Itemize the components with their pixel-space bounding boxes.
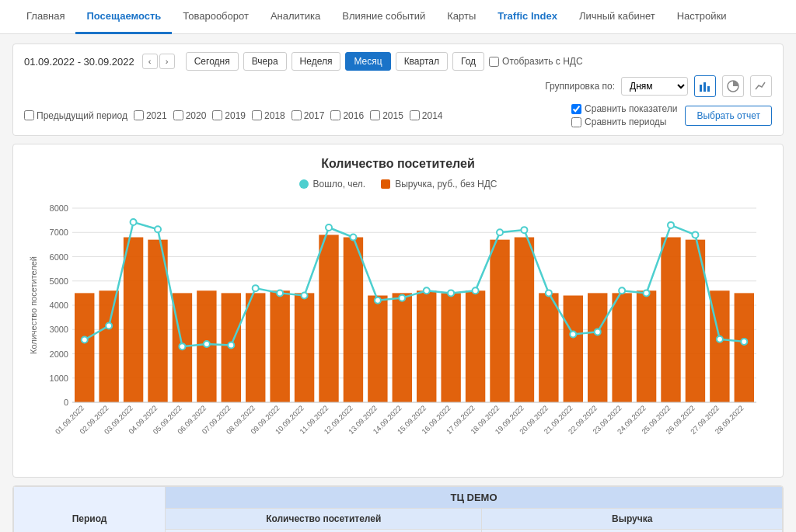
svg-text:1000: 1000 (50, 374, 68, 383)
nav-traffic[interactable]: Traffic Index (487, 0, 568, 34)
svg-rect-47 (661, 238, 680, 403)
svg-point-66 (448, 290, 454, 296)
svg-rect-37 (417, 290, 436, 402)
year-btn[interactable]: Год (452, 52, 484, 71)
month-btn[interactable]: Месяц (345, 52, 390, 71)
nav-events[interactable]: Влияние событий (331, 0, 436, 34)
year-2017-checkbox[interactable]: 2017 (292, 110, 325, 121)
vat-checkbox[interactable] (489, 57, 499, 67)
svg-rect-36 (393, 293, 412, 402)
chart-section: Количество посетителей Вошло, чел. Выруч… (12, 144, 784, 478)
nav-settings[interactable]: Настройки (666, 0, 738, 34)
week-btn[interactable]: Неделя (292, 52, 341, 71)
visitors-sub-header: Вошло, чел. (166, 530, 482, 533)
svg-text:0: 0 (64, 398, 68, 407)
nav-visits[interactable]: Посещаемость (75, 0, 172, 34)
svg-rect-38 (441, 293, 460, 402)
svg-rect-46 (637, 290, 656, 402)
svg-point-56 (204, 341, 210, 347)
nav-turnover[interactable]: Товарооборот (172, 0, 260, 34)
prev-period-btn[interactable]: ‹ (142, 54, 158, 69)
next-period-btn[interactable]: › (159, 54, 175, 69)
compare-periods-checkbox[interactable]: Сравнить периоды (571, 116, 677, 127)
svg-rect-0 (700, 85, 702, 92)
svg-point-63 (375, 297, 381, 304)
svg-rect-43 (564, 296, 583, 403)
grouping-label: Группировка по: (545, 81, 615, 92)
revenue-header: Выручка (482, 509, 783, 530)
year-2018-checkbox[interactable]: 2018 (252, 110, 285, 121)
bar-chart-btn[interactable] (694, 75, 716, 97)
revenue-sub-header: Выручка, руб., без НДС (482, 530, 783, 533)
svg-rect-45 (612, 293, 631, 402)
chart-container: 010002000300040005000600070008000Количес… (26, 200, 770, 464)
svg-rect-33 (319, 235, 338, 402)
svg-point-72 (595, 329, 601, 335)
pie-chart-btn[interactable] (722, 75, 744, 97)
nav-maps[interactable]: Карты (436, 0, 487, 34)
svg-text:4000: 4000 (50, 301, 68, 310)
quarter-btn[interactable]: Квартал (396, 52, 448, 71)
svg-point-74 (644, 290, 650, 296)
svg-point-61 (326, 224, 332, 231)
visitors-header: Количество посетителей (166, 509, 482, 530)
svg-point-78 (741, 339, 747, 345)
yesterday-btn[interactable]: Вчера (243, 52, 287, 71)
svg-rect-23 (75, 293, 94, 402)
year-2015-checkbox[interactable]: 2015 (370, 110, 403, 121)
bar-chart-icon (699, 80, 711, 92)
grouping-select[interactable]: Дням Неделям Месяцам (621, 77, 688, 96)
filter-bar: 01.09.2022 - 30.09.2022 ‹ › Сегодня Вчер… (12, 43, 784, 136)
grouping-section: Группировка по: Дням Неделям Месяцам (545, 75, 772, 97)
compare-section: Сравнить показатели Сравнить периоды (571, 103, 677, 127)
compare-report-section: Сравнить показатели Сравнить периоды Выб… (571, 103, 772, 127)
legend-visitors: Вошло, чел. (299, 179, 366, 190)
svg-point-70 (546, 290, 552, 296)
svg-point-52 (106, 322, 112, 329)
data-table: Период ТЦ DEMO Количество посетителей Вы… (13, 486, 783, 532)
date-nav-arrows: ‹ › (142, 54, 175, 69)
svg-point-59 (277, 290, 283, 296)
legend-revenue: Выручка, руб., без НДС (381, 179, 497, 190)
compare-metrics-checkbox[interactable]: Сравнить показатели (571, 103, 677, 114)
period-header: Период (14, 487, 166, 533)
vat-checkbox-label[interactable]: Отобразить с НДС (489, 56, 583, 67)
svg-point-65 (424, 287, 430, 294)
svg-point-58 (253, 285, 259, 291)
svg-point-57 (228, 342, 234, 349)
year-filter-row: Предыдущий период 2021 2020 2019 2018 20… (24, 103, 772, 127)
svg-point-51 (82, 336, 88, 342)
nav-home[interactable]: Главная (16, 0, 75, 34)
svg-rect-35 (368, 296, 387, 403)
tc-header: ТЦ DEMO (166, 487, 783, 509)
svg-text:3000: 3000 (50, 325, 68, 334)
legend-orange-dot (381, 179, 390, 189)
svg-rect-24 (99, 290, 118, 402)
svg-point-60 (302, 293, 308, 299)
nav-analytics[interactable]: Аналитика (260, 0, 331, 34)
year-2019-checkbox[interactable]: 2019 (212, 110, 246, 121)
today-btn[interactable]: Сегодня (186, 52, 239, 71)
line-chart-btn[interactable] (750, 75, 772, 97)
year-2016-checkbox[interactable]: 2016 (330, 110, 364, 121)
svg-text:Количество посетителей: Количество посетителей (29, 256, 38, 354)
svg-rect-25 (124, 238, 143, 403)
svg-text:2000: 2000 (50, 349, 68, 359)
prev-period-checkbox[interactable]: Предыдущий период (24, 110, 127, 121)
year-2020-checkbox[interactable]: 2020 (173, 110, 207, 121)
svg-rect-41 (515, 238, 534, 403)
nav-cabinet[interactable]: Личный кабинет (568, 0, 666, 34)
svg-point-67 (473, 287, 479, 294)
report-btn[interactable]: Выбрать отчет (685, 106, 772, 126)
svg-point-73 (619, 287, 625, 294)
page-content: 01.09.2022 - 30.09.2022 ‹ › Сегодня Вчер… (0, 34, 796, 532)
chart-title: Количество посетителей (26, 157, 770, 171)
data-table-section: Период ТЦ DEMO Количество посетителей Вы… (12, 485, 784, 532)
svg-text:8000: 8000 (50, 203, 68, 213)
svg-point-68 (497, 229, 503, 235)
chart-legend: Вошло, чел. Выручка, руб., без НДС (26, 179, 770, 190)
year-2021-checkbox[interactable]: 2021 (134, 110, 167, 121)
svg-text:7000: 7000 (50, 228, 68, 237)
year-2014-checkbox[interactable]: 2014 (410, 110, 443, 121)
svg-point-54 (155, 226, 161, 232)
